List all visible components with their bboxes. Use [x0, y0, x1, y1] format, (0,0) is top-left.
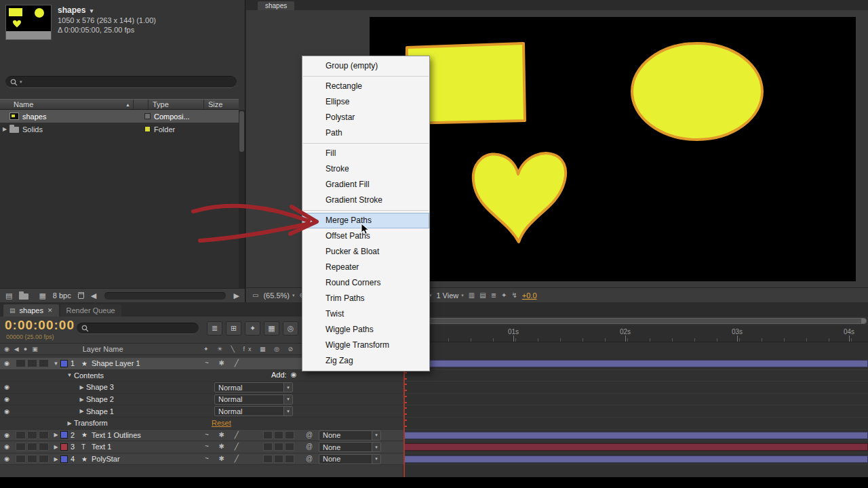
parent-boxes[interactable] — [263, 455, 294, 463]
view-layout-popup[interactable]: 1 View ▾ — [436, 291, 463, 300]
parent-dropdown[interactable]: None ▾ — [319, 442, 381, 452]
menu-item-gradient-fill[interactable]: Gradient Fill — [302, 177, 429, 192]
twirl-open-icon[interactable]: ▼ — [65, 372, 74, 378]
column-size-label[interactable]: Size — [203, 100, 239, 109]
av-boxes[interactable] — [14, 359, 52, 367]
layer-duration-bar[interactable] — [404, 432, 868, 439]
layer-name-column-label[interactable]: Layer Name — [83, 345, 123, 353]
av-boxes[interactable] — [14, 431, 52, 439]
exposure-value[interactable]: +0.0 — [522, 291, 537, 300]
pickwhip-icon[interactable]: @ — [306, 443, 313, 450]
fast-preview-icon[interactable]: ▥ — [469, 291, 475, 299]
twirl-closed-icon[interactable]: ▶ — [52, 456, 60, 462]
ellipse-shape[interactable] — [632, 43, 762, 140]
footer-scrollbar[interactable] — [104, 292, 225, 300]
eye-icon[interactable]: ◉ — [0, 432, 14, 439]
menu-item-zig-zag[interactable]: Zig Zag — [302, 353, 429, 369]
composition-canvas[interactable] — [370, 17, 856, 281]
heart-shape[interactable] — [473, 153, 566, 242]
menu-item-rectangle[interactable]: Rectangle — [302, 79, 429, 94]
menu-item-wiggle-paths[interactable]: Wiggle Paths — [302, 322, 429, 338]
twirl-closed-icon[interactable]: ▶ — [0, 126, 9, 132]
zoom-popup[interactable]: (65.5%) ▾ — [263, 291, 294, 300]
exposure-bolt-icon[interactable]: ↯ — [511, 291, 517, 299]
magnification-icon[interactable]: ▭ — [252, 291, 258, 299]
menu-item-group-empty[interactable]: Group (empty) — [302, 58, 429, 74]
new-folder-icon[interactable] — [19, 293, 28, 300]
property-row-shape-1[interactable]: ◉ ▶ Shape 1 Normal ▾ — [0, 405, 403, 418]
delete-item-icon[interactable] — [78, 292, 84, 299]
property-row-shape-2[interactable]: ◉ ▶ Shape 2 Normal ▾ — [0, 394, 403, 406]
layer-color-swatch[interactable] — [60, 431, 68, 439]
timeline-search-input[interactable] — [77, 323, 199, 334]
group-name[interactable]: Contents — [74, 371, 104, 380]
project-bit-depth[interactable]: 8 bpc — [53, 291, 71, 300]
project-search-input[interactable]: ▾ — [5, 76, 237, 88]
menu-item-stroke[interactable]: Stroke — [302, 161, 429, 177]
layer-switches[interactable]: ~ ✱ ╱ — [205, 455, 243, 462]
menu-item-polystar[interactable]: Polystar — [302, 110, 429, 125]
label-color-swatch[interactable] — [144, 126, 151, 132]
time-row-shape-1[interactable] — [403, 405, 868, 418]
scroll-left-icon[interactable]: ◀ — [91, 291, 96, 300]
timeline-tab-shapes[interactable]: ▤ shapes ✕ — [3, 304, 59, 317]
menu-item-round-corners[interactable]: Round Corners — [302, 275, 429, 291]
property-row-contents[interactable]: ▼ Contents Add: ◉ — [0, 370, 403, 382]
layer-switches[interactable]: ~ ✱ ╱ — [205, 443, 243, 450]
current-timecode[interactable]: 0:00:00:00 — [5, 318, 75, 333]
layer-switches[interactable]: ~ ✱ ╱ — [205, 359, 243, 367]
shape-group-name[interactable]: Shape 1 — [86, 407, 114, 415]
pickwhip-icon[interactable]: @ — [306, 431, 313, 439]
column-label-icon[interactable] — [133, 100, 148, 109]
layer-duration-bar[interactable] — [404, 360, 868, 367]
property-row-shape-3[interactable]: ◉ ▶ Shape 3 Normal ▾ — [0, 382, 403, 394]
label-color-swatch[interactable] — [144, 113, 151, 119]
time-row-contents[interactable] — [403, 370, 868, 382]
item-name[interactable]: shapes — [22, 113, 46, 121]
audio-column-icon[interactable]: ◀ — [14, 346, 19, 352]
time-row-shape-3[interactable] — [403, 382, 868, 394]
twirl-open-icon[interactable]: ▼ — [52, 361, 60, 367]
project-list-header[interactable]: Name ▲ Type Size — [0, 99, 239, 110]
transform-group-name[interactable]: Transform — [74, 419, 108, 427]
time-row-transform[interactable] — [403, 418, 868, 430]
motion-blur-icon[interactable]: ◎ — [283, 321, 298, 336]
time-row-text-1-outlines[interactable] — [403, 430, 868, 442]
menu-item-gradient-stroke[interactable]: Gradient Stroke — [302, 192, 429, 208]
project-row-solids[interactable]: ▶ Solids Folder — [0, 123, 239, 136]
reset-link[interactable]: Reset — [212, 419, 231, 427]
twirl-closed-icon[interactable]: ▶ — [65, 420, 74, 426]
eye-icon[interactable]: ◉ — [0, 360, 14, 367]
layer-switches[interactable]: ~ ✱ ╱ — [205, 431, 243, 439]
menu-item-pucker-bloat[interactable]: Pucker & Bloat — [302, 244, 429, 260]
time-ruler[interactable]: 01s 02s 03s 04s — [403, 325, 868, 342]
project-row-shapes[interactable]: shapes Composi... — [0, 110, 239, 123]
new-composition-icon[interactable]: ▦ — [39, 291, 45, 300]
pickwhip-icon[interactable]: @ — [306, 455, 313, 462]
work-area-bar[interactable] — [405, 318, 867, 324]
scroll-right-icon[interactable]: ▶ — [234, 291, 239, 300]
time-row-shape-2[interactable] — [403, 394, 868, 406]
layer-row-text-1-outlines[interactable]: ◉ ▶ 2 ★ Text 1 Outlines ~ ✱ ╱ @ None ▾ — [0, 430, 403, 442]
timeline-button-icon[interactable]: ▤ — [479, 291, 486, 299]
layer-color-swatch[interactable] — [60, 455, 68, 463]
layer-name[interactable]: Text 1 Outlines — [92, 431, 141, 439]
eye-icon[interactable]: ◉ — [0, 443, 14, 450]
eye-icon[interactable]: ◉ — [0, 408, 14, 415]
layer-row-text-1[interactable]: ◉ ▶ 3 T Text 1 ~ ✱ ╱ @ None ▾ — [0, 441, 403, 453]
column-name-label[interactable]: Name — [14, 100, 33, 108]
reset-exposure-icon[interactable]: ✦ — [501, 291, 507, 299]
parent-boxes[interactable] — [263, 443, 294, 451]
draft-3d-icon[interactable]: ⊞ — [226, 321, 241, 336]
flyout-arrow-icon[interactable]: ▾ — [90, 7, 94, 14]
menu-item-repeater[interactable]: Repeater — [302, 260, 429, 275]
comp-flowchart-icon[interactable]: ≣ — [207, 321, 222, 336]
property-row-transform[interactable]: ▶ Transform Reset — [0, 418, 403, 430]
eye-icon[interactable]: ◉ — [0, 455, 14, 462]
menu-item-twist[interactable]: Twist — [302, 306, 429, 322]
layer-name[interactable]: PolyStar — [92, 455, 120, 463]
menu-item-path[interactable]: Path — [302, 125, 429, 141]
layer-name[interactable]: Shape Layer 1 — [92, 359, 140, 367]
eye-icon[interactable]: ◉ — [0, 396, 14, 403]
layer-color-swatch[interactable] — [60, 360, 68, 367]
